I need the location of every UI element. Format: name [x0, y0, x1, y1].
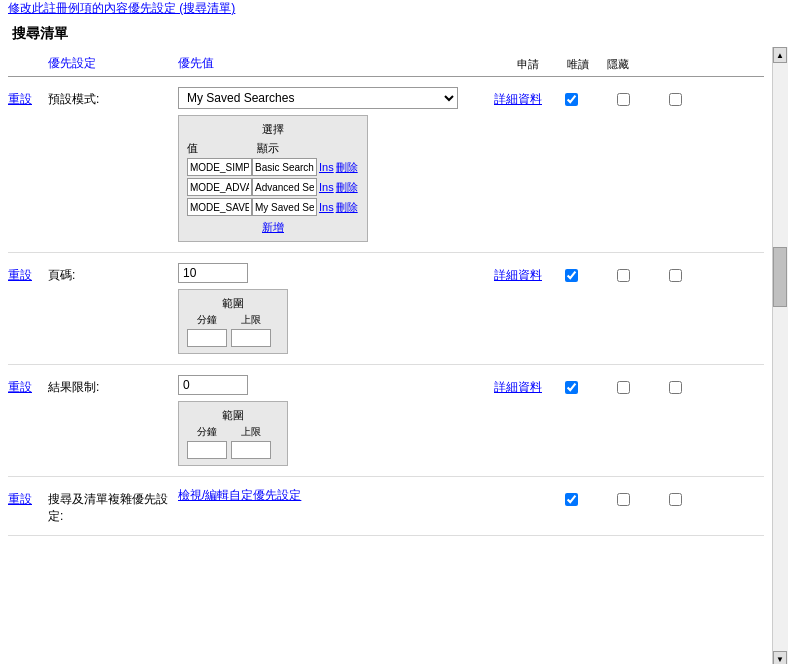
- table-header: 優先設定 優先值 申請 唯讀 隱藏: [8, 51, 764, 77]
- label-search-complex: 搜尋及清單複雜優先設定:: [48, 487, 178, 525]
- detail-link-2[interactable]: 詳細資料: [488, 379, 548, 396]
- col-val-header: 值: [187, 141, 257, 156]
- actions-page-num: 詳細資料: [488, 263, 764, 284]
- dropdown-default-mode[interactable]: My Saved Searches Basic Search Advanced …: [178, 87, 458, 109]
- detail-link-1[interactable]: 詳細資料: [488, 267, 548, 284]
- actions-default-mode: 詳細資料: [488, 87, 764, 108]
- top-link-bar[interactable]: 修改此註冊例項的內容優先設定 (搜尋清單): [0, 0, 788, 17]
- range-col-max-1: 上限: [231, 313, 271, 347]
- range-max-input-1[interactable]: [231, 329, 271, 347]
- range-max-input-2[interactable]: [231, 441, 271, 459]
- del-button-1[interactable]: 刪除: [336, 180, 358, 195]
- result-limit-input[interactable]: [178, 375, 248, 395]
- reset-default-mode[interactable]: 重設: [8, 87, 48, 108]
- ins-button-1[interactable]: Ins: [319, 181, 334, 193]
- label-result-limit: 結果限制:: [48, 375, 178, 396]
- label-default-mode: 預設模式:: [48, 87, 178, 108]
- page-num-input[interactable]: [178, 263, 248, 283]
- hidden-checkbox-1[interactable]: [660, 269, 690, 282]
- disp-input-2[interactable]: [252, 198, 317, 216]
- apply-checkbox-1[interactable]: [556, 269, 586, 282]
- readonly-checkbox-0[interactable]: [608, 93, 638, 106]
- range-min-input-1[interactable]: [187, 329, 227, 347]
- range-min-label-2: 分鐘: [197, 425, 217, 439]
- content-page-num: 範圍 分鐘 上限: [178, 263, 488, 354]
- val-input-2[interactable]: [187, 198, 252, 216]
- readonly-col-header: 唯讀: [558, 57, 598, 72]
- custom-pref-link[interactable]: 檢視/編輯自定優先設定: [178, 488, 301, 502]
- row-result-limit: 重設 結果限制: 範圍 分鐘 上限: [8, 365, 764, 477]
- checkbox-group-3: [556, 491, 690, 506]
- range-panel-title-2: 範圍: [187, 408, 279, 423]
- val-col-header: 優先值: [178, 55, 498, 72]
- new-link[interactable]: 新增: [187, 220, 359, 235]
- reset-search-complex[interactable]: 重設: [8, 487, 48, 508]
- content-search-complex: 檢視/編輯自定優先設定: [178, 487, 488, 504]
- checkbox-group-1: [556, 267, 690, 282]
- list-item: Ins 刪除: [187, 198, 359, 216]
- sub-panel-mode: 選擇 值 顯示 Ins 刪除 Ins 刪除: [178, 115, 368, 242]
- content-area: 優先設定 優先值 申請 唯讀 隱藏 重設 預設模式: My Saved Sear…: [0, 47, 772, 664]
- checkbox-group-0: [556, 91, 690, 106]
- pref-col-header: 優先設定: [48, 55, 178, 72]
- sub-panel-title: 選擇: [187, 122, 359, 137]
- range-max-label-2: 上限: [241, 425, 261, 439]
- actions-result-limit: 詳細資料: [488, 375, 764, 396]
- reset-page-num[interactable]: 重設: [8, 263, 48, 284]
- range-max-label-1: 上限: [241, 313, 261, 327]
- sub-panel-headers: 值 顯示: [187, 141, 359, 156]
- detail-link-0[interactable]: 詳細資料: [488, 91, 548, 108]
- range-row-2: 分鐘 上限: [187, 425, 279, 459]
- label-page-num: 頁碼:: [48, 263, 178, 284]
- apply-checkbox-3[interactable]: [556, 493, 586, 506]
- registry-link[interactable]: 修改此註冊例項的內容優先設定 (搜尋清單): [0, 0, 243, 19]
- row-search-complex: 重設 搜尋及清單複雜優先設定: 檢視/編輯自定優先設定: [8, 477, 764, 536]
- apply-checkbox-0[interactable]: [556, 93, 586, 106]
- content-result-limit: 範圍 分鐘 上限: [178, 375, 488, 466]
- hidden-checkbox-0[interactable]: [660, 93, 690, 106]
- apply-col-header: 申請: [498, 57, 558, 72]
- row-default-mode: 重設 預設模式: My Saved Searches Basic Search …: [8, 77, 764, 253]
- scroll-down-arrow[interactable]: ▼: [773, 651, 787, 664]
- apply-checkbox-2[interactable]: [556, 381, 586, 394]
- page-title: 搜尋清單: [0, 17, 788, 47]
- hidden-checkbox-2[interactable]: [660, 381, 690, 394]
- readonly-checkbox-1[interactable]: [608, 269, 638, 282]
- content-default-mode: My Saved Searches Basic Search Advanced …: [178, 87, 488, 242]
- readonly-checkbox-2[interactable]: [608, 381, 638, 394]
- scroll-thumb[interactable]: [773, 247, 787, 307]
- scrollbar[interactable]: ▲ ▼: [772, 47, 788, 664]
- col-disp-header: 顯示: [257, 141, 327, 156]
- range-panel-title-1: 範圍: [187, 296, 279, 311]
- range-min-input-2[interactable]: [187, 441, 227, 459]
- ins-button-2[interactable]: Ins: [319, 201, 334, 213]
- range-col-min-2: 分鐘: [187, 425, 227, 459]
- checkbox-group-2: [556, 379, 690, 394]
- val-input-1[interactable]: [187, 178, 252, 196]
- del-button-0[interactable]: 刪除: [336, 160, 358, 175]
- actions-search-complex: [488, 487, 764, 506]
- range-col-max-2: 上限: [231, 425, 271, 459]
- row-page-num: 重設 頁碼: 範圍 分鐘 上限: [8, 253, 764, 365]
- hidden-checkbox-3[interactable]: [660, 493, 690, 506]
- disp-input-0[interactable]: [252, 158, 317, 176]
- list-item: Ins 刪除: [187, 158, 359, 176]
- range-min-label-1: 分鐘: [197, 313, 217, 327]
- range-panel-2: 範圍 分鐘 上限: [178, 401, 288, 466]
- range-row-1: 分鐘 上限: [187, 313, 279, 347]
- list-item: Ins 刪除: [187, 178, 359, 196]
- range-col-min-1: 分鐘: [187, 313, 227, 347]
- disp-input-1[interactable]: [252, 178, 317, 196]
- del-button-2[interactable]: 刪除: [336, 200, 358, 215]
- hidden-col-header: 隱藏: [598, 57, 638, 72]
- reset-result-limit[interactable]: 重設: [8, 375, 48, 396]
- ins-button-0[interactable]: Ins: [319, 161, 334, 173]
- val-input-0[interactable]: [187, 158, 252, 176]
- range-panel-1: 範圍 分鐘 上限: [178, 289, 288, 354]
- readonly-checkbox-3[interactable]: [608, 493, 638, 506]
- scroll-up-arrow[interactable]: ▲: [773, 47, 787, 63]
